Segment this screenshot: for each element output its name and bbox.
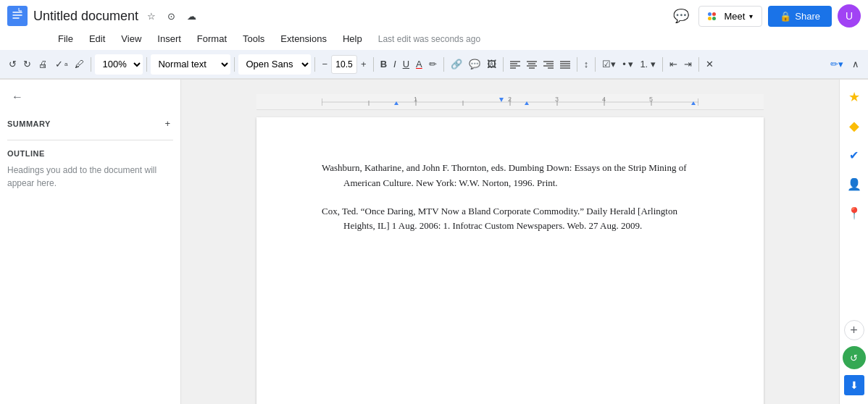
divider-10 [662, 57, 663, 72]
print-button[interactable]: 🖨 [36, 56, 51, 72]
right-sidebar: ★ ◆ ✔ 👤 📍 + ↺ ⬇ [839, 80, 868, 404]
meet-chevron: ▾ [749, 12, 753, 20]
meet-dot-3 [708, 17, 711, 20]
maps-icon-button[interactable]: 📍 [843, 201, 866, 224]
comment-insert-button[interactable]: 💬 [466, 56, 483, 72]
redo-button[interactable]: ↻ [20, 56, 34, 72]
paragraph-2[interactable]: Cox, Ted. “Once Daring, MTV Now a Bland … [322, 204, 698, 235]
svg-marker-33 [499, 98, 504, 102]
add-sidebar-button[interactable]: + [844, 320, 864, 340]
bold-button[interactable]: B [377, 56, 390, 72]
highlight-button[interactable]: ✏ [426, 56, 440, 72]
cloud-button[interactable]: ☁ [184, 9, 199, 24]
text-style-select[interactable]: Normal text Heading 1 Heading 2 [151, 54, 230, 75]
bullet-list-button[interactable]: • ▾ [619, 56, 636, 72]
link-button[interactable]: 🔗 [448, 56, 465, 72]
meet-icon [708, 12, 719, 20]
app-icon [7, 6, 28, 26]
comment-button[interactable]: 💬 [669, 4, 693, 28]
collapse-toolbar-button[interactable]: ∧ [849, 56, 862, 72]
svg-rect-0 [11, 8, 24, 24]
zoom-group: 100% 75% 150% [95, 54, 143, 75]
menu-extensions[interactable]: Extensions [273, 30, 334, 47]
sidebar: ← SUMMARY + OUTLINE Headings you add to … [0, 80, 181, 404]
menu-help[interactable]: Help [335, 30, 370, 47]
document-area: 1 2 3 4 5 Washburn, Katharine, and John … [181, 80, 839, 404]
pen-mode-button[interactable]: ✏▾ [827, 56, 846, 72]
font-size-increase[interactable]: + [358, 56, 370, 72]
font-select[interactable]: Open Sans Arial Times New Roman [238, 54, 311, 75]
numbered-list-button[interactable]: 1. ▾ [637, 56, 658, 72]
share-label: Share [795, 11, 820, 22]
undo-button[interactable]: ↺ [6, 56, 20, 72]
divider-1 [91, 57, 91, 72]
text-color-button[interactable]: A [413, 56, 425, 72]
share-button[interactable]: 🔒 Share [768, 6, 832, 27]
keep-icon-button[interactable]: ◆ [843, 114, 866, 138]
svg-text:1: 1 [414, 96, 417, 103]
clear-format-button[interactable]: ✕ [703, 56, 717, 72]
tasks-icon-button[interactable]: ✔ [843, 143, 866, 167]
divider-8 [577, 57, 577, 72]
last-edit-status: Last edit was seconds ago [378, 34, 480, 44]
download-button[interactable]: ⬇ [844, 375, 864, 395]
checklist-button[interactable]: ☑▾ [599, 56, 619, 72]
divider-11 [698, 57, 699, 72]
italic-button[interactable]: I [391, 56, 399, 72]
font-size-decrease[interactable]: − [319, 56, 330, 72]
align-justify-button[interactable] [557, 58, 573, 71]
divider-4 [314, 57, 315, 72]
align-left-button[interactable] [507, 58, 523, 71]
zoom-select[interactable]: 100% 75% 150% [95, 54, 143, 75]
divider-5 [373, 57, 374, 72]
star-button[interactable]: ☆ [144, 9, 159, 24]
outline-label: OUTLINE [7, 149, 45, 158]
sidebar-back-button[interactable]: ← [7, 87, 28, 107]
paint-format-button[interactable]: 🖊 [72, 56, 87, 72]
svg-text:3: 3 [555, 96, 559, 103]
menu-edit[interactable]: Edit [82, 30, 112, 47]
menu-bar: File Edit View Insert Format Tools Exten… [0, 29, 868, 50]
indent-group: ⇤ ⇥ [667, 56, 695, 72]
title-bar: Untitled document ☆ ⊙ ☁ 💬 Meet ▾ [0, 0, 868, 29]
menu-file[interactable]: File [51, 30, 80, 47]
contacts-icon-button[interactable]: 👤 [843, 172, 866, 195]
paragraph-1[interactable]: Washburn, Katharine, and John F. Thornto… [322, 161, 698, 191]
font-size-input[interactable] [331, 55, 357, 74]
title-bar-area: Untitled document ☆ ⊙ ☁ 💬 Meet ▾ [0, 0, 868, 80]
toolbar: ↺ ↻ 🖨 ✓a 🖊 100% 75% 150% Normal text Hea… [0, 50, 868, 79]
document-page: Washburn, Katharine, and John F. Thornto… [256, 117, 764, 404]
meet-button[interactable]: Meet ▾ [698, 6, 762, 27]
list-group: ☑▾ • ▾ 1. ▾ [599, 56, 659, 72]
explore-icon-button[interactable]: ★ [843, 85, 866, 109]
font-size-group: − + [319, 55, 369, 74]
svg-text:2: 2 [508, 96, 512, 103]
add-summary-button[interactable]: + [162, 116, 173, 131]
menu-insert[interactable]: Insert [150, 30, 188, 47]
menu-view[interactable]: View [114, 30, 149, 47]
align-center-button[interactable] [524, 58, 540, 71]
svg-text:4: 4 [602, 96, 606, 103]
menu-format[interactable]: Format [190, 30, 234, 47]
svg-text:5: 5 [649, 96, 653, 103]
share-lock-icon: 🔒 [780, 11, 791, 22]
spell-check-button[interactable]: ✓a [52, 56, 70, 72]
align-group [507, 58, 573, 71]
ruler: 1 2 3 4 5 [256, 94, 764, 110]
outline-hint: Headings you add to the document will ap… [7, 164, 173, 190]
avatar[interactable]: U [838, 4, 861, 28]
line-spacing-button[interactable]: ↕ [581, 56, 592, 72]
text-format-group: B I U A ✏ [377, 56, 440, 72]
underline-button[interactable]: U [400, 56, 412, 72]
decrease-indent-button[interactable]: ⇤ [667, 56, 680, 72]
meet-label: Meet [724, 11, 745, 22]
menu-tools[interactable]: Tools [235, 30, 272, 47]
title-right: 💬 Meet ▾ 🔒 Share U [669, 4, 861, 28]
history-button[interactable]: ⊙ [164, 9, 178, 24]
document-title[interactable]: Untitled document [33, 9, 138, 24]
sync-button[interactable]: ↺ [843, 346, 866, 369]
image-button[interactable]: 🖼 [484, 56, 499, 72]
align-right-button[interactable] [541, 58, 556, 71]
increase-indent-button[interactable]: ⇥ [681, 56, 695, 72]
undo-redo-group: ↺ ↻ [6, 56, 34, 72]
